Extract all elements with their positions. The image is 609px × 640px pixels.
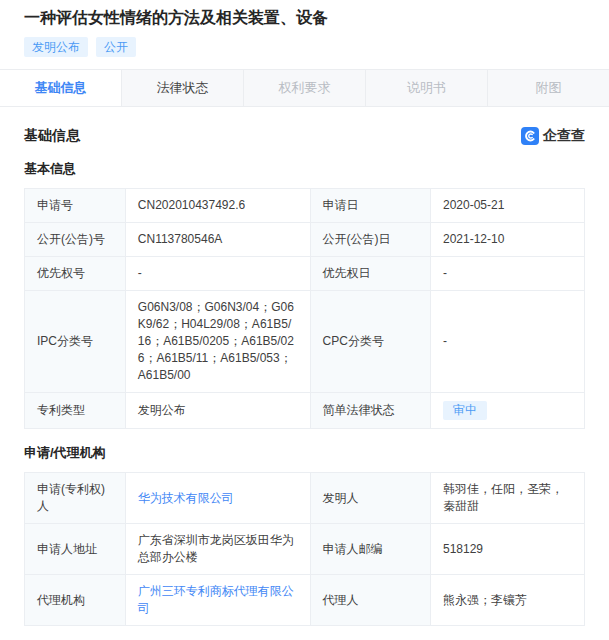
publication-date-label: 公开(公告)日: [310, 223, 430, 257]
agency-cell: 广州三环专利商标代理有限公司: [125, 575, 310, 626]
patent-type-value: 发明公布: [125, 393, 310, 429]
badge-row: 发明公布 公开: [24, 37, 585, 57]
ipc-class-label: IPC分类号: [25, 291, 126, 393]
tab-description[interactable]: 说明书: [366, 70, 488, 106]
section-title-basic-info: 基础信息: [24, 127, 80, 145]
qcc-logo-text: 企查查: [543, 127, 585, 145]
priority-number-value: -: [125, 257, 310, 291]
subsection-basic-info: 基本信息: [24, 160, 585, 178]
agency-link[interactable]: 广州三环专利商标代理有限公司: [138, 584, 294, 615]
tab-bar: 基础信息 法律状态 权利要求 说明书 附图: [0, 69, 609, 107]
priority-number-label: 优先权号: [25, 257, 126, 291]
legal-status-label: 简单法律状态: [310, 393, 430, 429]
inventors-label: 发明人: [310, 473, 430, 524]
agency-label: 代理机构: [25, 575, 126, 626]
publication-number-label: 公开(公告)号: [25, 223, 126, 257]
inventors-value: 韩羽佳，任阳，圣荣，秦甜甜: [430, 473, 584, 524]
publication-date-value: 2021-12-10: [430, 223, 584, 257]
table-row: 申请人地址 广东省深圳市龙岗区坂田华为总部办公楼 申请人邮编 518129: [25, 524, 585, 575]
cpc-class-value: -: [430, 291, 584, 393]
tab-legal-status[interactable]: 法律状态: [122, 70, 244, 106]
tab-drawings[interactable]: 附图: [488, 70, 609, 106]
priority-date-label: 优先权日: [310, 257, 430, 291]
subsection-agency: 申请/代理机构: [24, 444, 585, 462]
basic-info-table: 申请号 CN202010437492.6 申请日 2020-05-21 公开(公…: [24, 188, 585, 429]
tab-claims[interactable]: 权利要求: [244, 70, 366, 106]
patent-title: 一种评估女性情绪的方法及相关装置、设备: [24, 8, 585, 28]
table-row: IPC分类号 G06N3/08；G06N3/04；G06K9/62；H04L29…: [25, 291, 585, 393]
page-header: 一种评估女性情绪的方法及相关装置、设备 发明公布 公开: [0, 0, 609, 57]
publication-number-value: CN113780546A: [125, 223, 310, 257]
table-row: 优先权号 - 优先权日 -: [25, 257, 585, 291]
priority-date-value: -: [430, 257, 584, 291]
agency-info-table: 申请(专利权)人 华为技术有限公司 发明人 韩羽佳，任阳，圣荣，秦甜甜 申请人地…: [24, 472, 585, 626]
application-date-value: 2020-05-21: [430, 189, 584, 223]
applicant-label: 申请(专利权)人: [25, 473, 126, 524]
qcc-logo-icon: [521, 127, 539, 145]
applicant-cell: 华为技术有限公司: [125, 473, 310, 524]
applicant-link[interactable]: 华为技术有限公司: [138, 491, 234, 505]
table-row: 公开(公告)号 CN113780546A 公开(公告)日 2021-12-10: [25, 223, 585, 257]
agents-label: 代理人: [310, 575, 430, 626]
application-number-value: CN202010437492.6: [125, 189, 310, 223]
agents-value: 熊永强；李镶芳: [430, 575, 584, 626]
qcc-logo: 企查查: [521, 127, 585, 145]
applicant-address-label: 申请人地址: [25, 524, 126, 575]
postcode-label: 申请人邮编: [310, 524, 430, 575]
ipc-class-value: G06N3/08；G06N3/04；G06K9/62；H04L29/08；A61…: [125, 291, 310, 393]
tab-basic-info[interactable]: 基础信息: [0, 70, 122, 106]
table-row: 代理机构 广州三环专利商标代理有限公司 代理人 熊永强；李镶芳: [25, 575, 585, 626]
table-row: 专利类型 发明公布 简单法律状态 审中: [25, 393, 585, 429]
legal-status-badge: 审中: [443, 401, 487, 420]
patent-type-label: 专利类型: [25, 393, 126, 429]
application-date-label: 申请日: [310, 189, 430, 223]
cpc-class-label: CPC分类号: [310, 291, 430, 393]
patent-type-badge: 发明公布: [24, 37, 88, 57]
application-number-label: 申请号: [25, 189, 126, 223]
postcode-value: 518129: [430, 524, 584, 575]
legal-status-cell: 审中: [430, 393, 584, 429]
publication-status-badge: 公开: [96, 37, 136, 57]
applicant-address-value: 广东省深圳市龙岗区坂田华为总部办公楼: [125, 524, 310, 575]
table-row: 申请(专利权)人 华为技术有限公司 发明人 韩羽佳，任阳，圣荣，秦甜甜: [25, 473, 585, 524]
main-content: 基础信息 企查查 基本信息 申请号 CN202010437492.6 申请日 2…: [0, 127, 609, 640]
table-row: 申请号 CN202010437492.6 申请日 2020-05-21: [25, 189, 585, 223]
